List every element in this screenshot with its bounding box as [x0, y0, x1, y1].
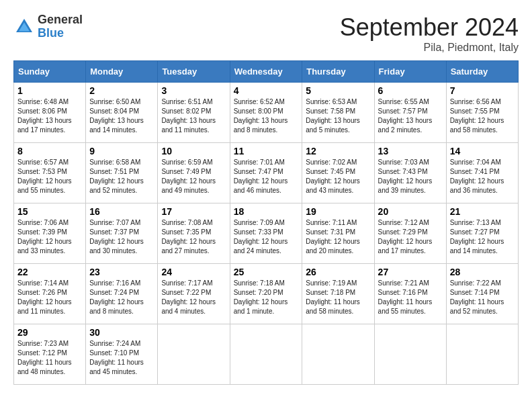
- logo-blue-text: Blue: [38, 27, 83, 40]
- table-row: 4Sunrise: 6:52 AM Sunset: 8:00 PM Daylig…: [230, 83, 302, 143]
- day-number: 4: [234, 85, 299, 96]
- location: Pila, Piedmont, Italy: [340, 42, 519, 54]
- logo-icon: [13, 16, 35, 38]
- col-wednesday: Wednesday: [230, 61, 302, 83]
- header: General Blue September 2024 Pila, Piedmo…: [13, 13, 519, 54]
- table-row: 30Sunrise: 7:24 AM Sunset: 7:10 PM Dayli…: [86, 324, 158, 385]
- day-number: 6: [378, 85, 443, 96]
- col-monday: Monday: [86, 61, 158, 83]
- table-row: 13Sunrise: 7:03 AM Sunset: 7:43 PM Dayli…: [374, 143, 446, 203]
- day-number: 11: [234, 146, 299, 156]
- day-info: Sunrise: 6:59 AM Sunset: 7:49 PM Dayligh…: [161, 158, 226, 195]
- table-row: 18Sunrise: 7:09 AM Sunset: 7:33 PM Dayli…: [230, 203, 302, 264]
- day-info: Sunrise: 7:12 AM Sunset: 7:29 PM Dayligh…: [378, 218, 443, 256]
- table-row: 29Sunrise: 7:23 AM Sunset: 7:12 PM Dayli…: [14, 324, 86, 385]
- day-number: 26: [306, 267, 370, 277]
- day-number: 13: [378, 146, 443, 156]
- day-number: 20: [378, 206, 443, 217]
- calendar: Sunday Monday Tuesday Wednesday Thursday…: [13, 60, 519, 385]
- table-row: 10Sunrise: 6:59 AM Sunset: 7:49 PM Dayli…: [158, 143, 230, 203]
- table-row: 9Sunrise: 6:58 AM Sunset: 7:51 PM Daylig…: [86, 143, 158, 203]
- calendar-header-row: Sunday Monday Tuesday Wednesday Thursday…: [14, 61, 519, 83]
- col-friday: Friday: [374, 61, 446, 83]
- day-info: Sunrise: 7:14 AM Sunset: 7:26 PM Dayligh…: [17, 279, 82, 316]
- table-row: 11Sunrise: 7:01 AM Sunset: 7:47 PM Dayli…: [230, 143, 302, 203]
- col-saturday: Saturday: [446, 61, 518, 83]
- table-row: [374, 324, 446, 385]
- table-row: [302, 324, 374, 385]
- day-number: 23: [89, 267, 154, 277]
- day-number: 15: [17, 206, 82, 217]
- day-number: 28: [450, 267, 515, 277]
- day-number: 25: [234, 267, 299, 277]
- table-row: 5Sunrise: 6:53 AM Sunset: 7:58 PM Daylig…: [302, 83, 374, 143]
- week-row-1: 1Sunrise: 6:48 AM Sunset: 8:06 PM Daylig…: [14, 83, 519, 143]
- table-row: 15Sunrise: 7:06 AM Sunset: 7:39 PM Dayli…: [14, 203, 86, 264]
- table-row: 2Sunrise: 6:50 AM Sunset: 8:04 PM Daylig…: [86, 83, 158, 143]
- day-info: Sunrise: 7:09 AM Sunset: 7:33 PM Dayligh…: [234, 218, 299, 256]
- table-row: 19Sunrise: 7:11 AM Sunset: 7:31 PM Dayli…: [302, 203, 374, 264]
- day-number: 24: [161, 267, 226, 277]
- day-info: Sunrise: 7:23 AM Sunset: 7:12 PM Dayligh…: [17, 339, 82, 377]
- table-row: 21Sunrise: 7:13 AM Sunset: 7:27 PM Dayli…: [446, 203, 518, 264]
- table-row: [158, 324, 230, 385]
- title-section: September 2024 Pila, Piedmont, Italy: [340, 13, 519, 54]
- week-row-2: 8Sunrise: 6:57 AM Sunset: 7:53 PM Daylig…: [14, 143, 519, 203]
- day-info: Sunrise: 6:53 AM Sunset: 7:58 PM Dayligh…: [306, 97, 370, 135]
- col-sunday: Sunday: [14, 61, 86, 83]
- day-info: Sunrise: 6:50 AM Sunset: 8:04 PM Dayligh…: [89, 97, 154, 135]
- table-row: [230, 324, 302, 385]
- day-info: Sunrise: 6:48 AM Sunset: 8:06 PM Dayligh…: [17, 97, 82, 135]
- day-info: Sunrise: 6:55 AM Sunset: 7:57 PM Dayligh…: [378, 97, 443, 135]
- table-row: 23Sunrise: 7:16 AM Sunset: 7:24 PM Dayli…: [86, 264, 158, 324]
- day-info: Sunrise: 7:02 AM Sunset: 7:45 PM Dayligh…: [306, 158, 370, 195]
- day-number: 21: [450, 206, 515, 217]
- table-row: 14Sunrise: 7:04 AM Sunset: 7:41 PM Dayli…: [446, 143, 518, 203]
- day-number: 18: [234, 206, 299, 217]
- table-row: 28Sunrise: 7:22 AM Sunset: 7:14 PM Dayli…: [446, 264, 518, 324]
- day-info: Sunrise: 7:22 AM Sunset: 7:14 PM Dayligh…: [450, 279, 515, 316]
- day-info: Sunrise: 7:16 AM Sunset: 7:24 PM Dayligh…: [89, 279, 154, 316]
- day-number: 10: [161, 146, 226, 156]
- day-info: Sunrise: 7:11 AM Sunset: 7:31 PM Dayligh…: [306, 218, 370, 256]
- day-info: Sunrise: 7:24 AM Sunset: 7:10 PM Dayligh…: [89, 339, 154, 377]
- table-row: 7Sunrise: 6:56 AM Sunset: 7:55 PM Daylig…: [446, 83, 518, 143]
- day-number: 19: [306, 206, 370, 217]
- day-number: 7: [450, 85, 515, 96]
- table-row: 26Sunrise: 7:19 AM Sunset: 7:18 PM Dayli…: [302, 264, 374, 324]
- day-info: Sunrise: 7:04 AM Sunset: 7:41 PM Dayligh…: [450, 158, 515, 195]
- day-number: 2: [89, 85, 154, 96]
- table-row: 24Sunrise: 7:17 AM Sunset: 7:22 PM Dayli…: [158, 264, 230, 324]
- day-info: Sunrise: 6:52 AM Sunset: 8:00 PM Dayligh…: [234, 97, 299, 135]
- day-info: Sunrise: 7:06 AM Sunset: 7:39 PM Dayligh…: [17, 218, 82, 256]
- day-info: Sunrise: 6:51 AM Sunset: 8:02 PM Dayligh…: [161, 97, 226, 135]
- week-row-4: 22Sunrise: 7:14 AM Sunset: 7:26 PM Dayli…: [14, 264, 519, 324]
- day-number: 22: [17, 267, 82, 277]
- day-number: 8: [17, 146, 82, 156]
- table-row: 17Sunrise: 7:08 AM Sunset: 7:35 PM Dayli…: [158, 203, 230, 264]
- day-number: 12: [306, 146, 370, 156]
- logo: General Blue: [13, 13, 83, 40]
- day-info: Sunrise: 7:13 AM Sunset: 7:27 PM Dayligh…: [450, 218, 515, 256]
- day-number: 9: [89, 146, 154, 156]
- day-info: Sunrise: 7:18 AM Sunset: 7:20 PM Dayligh…: [234, 279, 299, 316]
- day-number: 17: [161, 206, 226, 217]
- table-row: 1Sunrise: 6:48 AM Sunset: 8:06 PM Daylig…: [14, 83, 86, 143]
- day-number: 5: [306, 85, 370, 96]
- day-info: Sunrise: 7:08 AM Sunset: 7:35 PM Dayligh…: [161, 218, 226, 256]
- day-info: Sunrise: 7:01 AM Sunset: 7:47 PM Dayligh…: [234, 158, 299, 195]
- day-info: Sunrise: 7:19 AM Sunset: 7:18 PM Dayligh…: [306, 279, 370, 316]
- day-number: 29: [17, 327, 82, 338]
- month-title: September 2024: [340, 13, 519, 42]
- table-row: 3Sunrise: 6:51 AM Sunset: 8:02 PM Daylig…: [158, 83, 230, 143]
- col-thursday: Thursday: [302, 61, 374, 83]
- col-tuesday: Tuesday: [158, 61, 230, 83]
- table-row: 25Sunrise: 7:18 AM Sunset: 7:20 PM Dayli…: [230, 264, 302, 324]
- day-number: 16: [89, 206, 154, 217]
- day-info: Sunrise: 7:21 AM Sunset: 7:16 PM Dayligh…: [378, 279, 443, 316]
- day-number: 27: [378, 267, 443, 277]
- day-number: 30: [89, 327, 154, 338]
- day-info: Sunrise: 7:17 AM Sunset: 7:22 PM Dayligh…: [161, 279, 226, 316]
- table-row: 27Sunrise: 7:21 AM Sunset: 7:16 PM Dayli…: [374, 264, 446, 324]
- day-number: 14: [450, 146, 515, 156]
